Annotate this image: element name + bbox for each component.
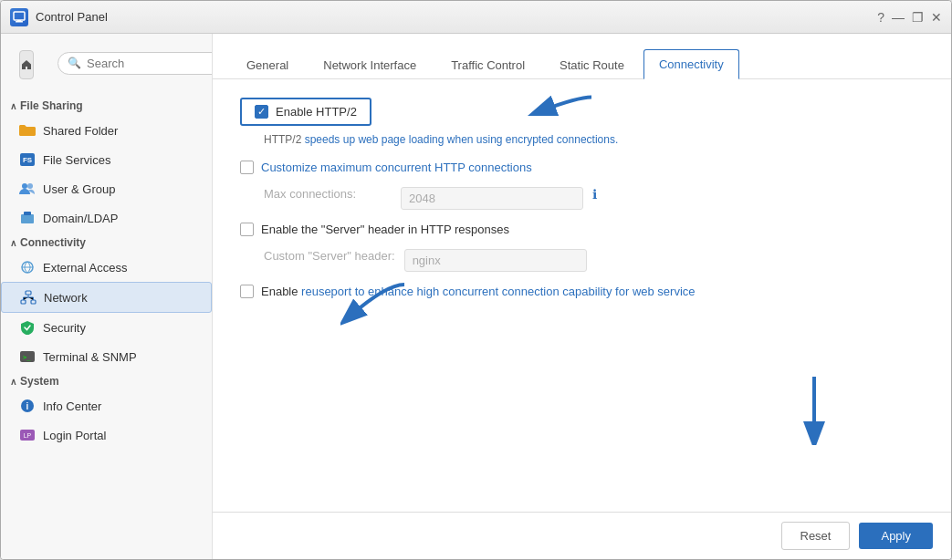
enable-reuseport-row: Enable reuseport to enhance high concurr… xyxy=(240,285,924,298)
tab-traffic-control[interactable]: Traffic Control xyxy=(435,50,540,79)
max-connections-input[interactable] xyxy=(401,187,583,210)
http2-arrow xyxy=(523,88,596,136)
customize-max-checkbox-container[interactable]: Customize maximum concurrent HTTP connec… xyxy=(240,161,532,174)
sidebar-item-domain-ldap[interactable]: Domain/LDAP xyxy=(1,203,212,233)
login-portal-icon: LP xyxy=(19,427,36,443)
minimize-button[interactable]: — xyxy=(892,11,905,24)
folder-icon xyxy=(19,122,36,139)
custom-server-header-row: Custom "Server" header: xyxy=(240,249,924,272)
sidebar-item-label: Shared Folder xyxy=(43,124,118,138)
enable-http2-label: Enable HTTP/2 xyxy=(276,105,357,119)
customize-max-row: Customize maximum concurrent HTTP connec… xyxy=(240,161,924,174)
user-group-icon xyxy=(19,181,36,197)
reuseport-checkbox-container[interactable]: Enable reuseport to enhance high concurr… xyxy=(240,285,696,298)
reset-button[interactable]: Reset xyxy=(781,522,851,550)
security-icon xyxy=(19,319,36,336)
apply-arrow xyxy=(787,372,842,448)
settings-content: ✓ Enable HTTP/2 xyxy=(213,79,951,512)
custom-server-header-label: Custom "Server" header: xyxy=(264,249,395,263)
sidebar-item-security[interactable]: Security xyxy=(1,313,212,342)
control-panel-window: Control Panel ? — ❐ ✕ 🔍 xyxy=(0,0,952,560)
file-services-icon: FS xyxy=(19,151,36,168)
customize-max-checkbox[interactable] xyxy=(240,161,254,174)
tab-connectivity[interactable]: Connectivity xyxy=(643,49,739,79)
search-icon: 🔍 xyxy=(68,57,81,69)
svg-rect-2 xyxy=(17,20,21,21)
search-container: 🔍 xyxy=(58,52,213,75)
svg-rect-10 xyxy=(26,291,31,295)
svg-rect-11 xyxy=(21,300,26,304)
svg-text:>_: >_ xyxy=(23,354,31,361)
svg-rect-12 xyxy=(31,300,36,304)
sidebar-item-terminal-snmp[interactable]: >_ Terminal & SNMP xyxy=(1,342,212,371)
sidebar-item-external-access[interactable]: External Access xyxy=(1,253,212,282)
sidebar-item-label: Login Portal xyxy=(43,429,106,442)
chevron-icon: ∧ xyxy=(10,101,16,111)
section-connectivity[interactable]: ∧ Connectivity xyxy=(1,233,212,253)
sidebar-item-label: Domain/LDAP xyxy=(43,212,118,225)
sidebar-item-info-center[interactable]: i Info Center xyxy=(1,391,212,420)
reuseport-label: Enable reuseport to enhance high concurr… xyxy=(261,285,696,298)
sidebar-item-login-portal[interactable]: LP Login Portal xyxy=(1,420,212,450)
sidebar-item-label: Network xyxy=(44,291,88,305)
bottom-bar: Reset Apply xyxy=(213,512,951,559)
customize-max-label: Customize maximum concurrent HTTP connec… xyxy=(261,161,532,174)
sidebar-item-label: Terminal & SNMP xyxy=(43,350,137,364)
svg-text:LP: LP xyxy=(24,432,32,439)
sidebar-item-shared-folder[interactable]: Shared Folder xyxy=(1,116,212,145)
external-access-icon xyxy=(19,259,36,275)
svg-rect-7 xyxy=(21,214,34,223)
search-input[interactable] xyxy=(87,57,213,70)
server-header-checkbox[interactable] xyxy=(240,223,254,236)
reuseport-checkbox[interactable] xyxy=(240,285,254,298)
section-label: System xyxy=(20,375,59,388)
info-icon[interactable]: ℹ xyxy=(592,187,597,202)
enable-http2-checkbox[interactable]: ✓ xyxy=(255,105,268,119)
http2-description: HTTP/2 speeds up web page loading when u… xyxy=(264,131,924,148)
section-file-sharing[interactable]: ∧ File Sharing xyxy=(1,96,212,116)
custom-server-header-input[interactable] xyxy=(404,249,587,272)
home-button[interactable] xyxy=(19,50,34,79)
apply-button[interactable]: Apply xyxy=(859,523,933,549)
sidebar-item-label: File Services xyxy=(43,153,110,167)
svg-text:i: i xyxy=(26,401,29,411)
sidebar-item-label: User & Group xyxy=(43,182,115,196)
max-connections-row: Max connections: ℹ xyxy=(240,187,924,210)
sidebar: 🔍 ∧ File Sharing Shared Folder xyxy=(1,34,213,559)
close-button[interactable]: ✕ xyxy=(931,11,942,24)
svg-rect-0 xyxy=(14,12,25,20)
window-controls: ? — ❐ ✕ xyxy=(877,11,942,24)
sidebar-item-file-services[interactable]: FS File Services xyxy=(1,145,212,174)
domain-icon xyxy=(19,210,36,226)
app-icon xyxy=(10,8,28,26)
tab-static-route[interactable]: Static Route xyxy=(544,50,640,79)
enable-http2-row[interactable]: ✓ Enable HTTP/2 xyxy=(240,98,371,126)
sidebar-item-label: Info Center xyxy=(43,399,101,413)
section-label: Connectivity xyxy=(20,236,86,249)
network-icon xyxy=(20,289,37,306)
sidebar-item-user-group[interactable]: User & Group xyxy=(1,174,212,203)
maximize-button[interactable]: ❐ xyxy=(912,11,924,24)
enable-server-header-row: Enable the "Server" header in HTTP respo… xyxy=(240,223,924,236)
chevron-icon: ∧ xyxy=(10,377,16,387)
svg-rect-8 xyxy=(24,212,31,215)
tab-network-interface[interactable]: Network Interface xyxy=(308,50,432,79)
sidebar-item-label: Security xyxy=(43,321,86,335)
terminal-icon: >_ xyxy=(19,348,36,365)
section-label: File Sharing xyxy=(20,99,83,112)
title-bar: Control Panel ? — ❐ ✕ xyxy=(1,1,951,34)
section-system[interactable]: ∧ System xyxy=(1,371,212,391)
sidebar-item-label: External Access xyxy=(43,261,128,275)
svg-text:FS: FS xyxy=(23,156,33,164)
tabs-bar: General Network Interface Traffic Contro… xyxy=(213,34,951,79)
server-header-label: Enable the "Server" header in HTTP respo… xyxy=(261,223,509,236)
sidebar-item-network[interactable]: Network xyxy=(1,282,212,313)
help-button[interactable]: ? xyxy=(877,11,884,24)
svg-point-6 xyxy=(27,183,33,189)
info-center-icon: i xyxy=(19,398,36,414)
tab-general[interactable]: General xyxy=(231,50,304,79)
sidebar-top: 🔍 xyxy=(1,41,212,96)
svg-rect-1 xyxy=(16,21,23,23)
server-header-checkbox-container[interactable]: Enable the "Server" header in HTTP respo… xyxy=(240,223,509,236)
content-area: General Network Interface Traffic Contro… xyxy=(213,34,951,559)
